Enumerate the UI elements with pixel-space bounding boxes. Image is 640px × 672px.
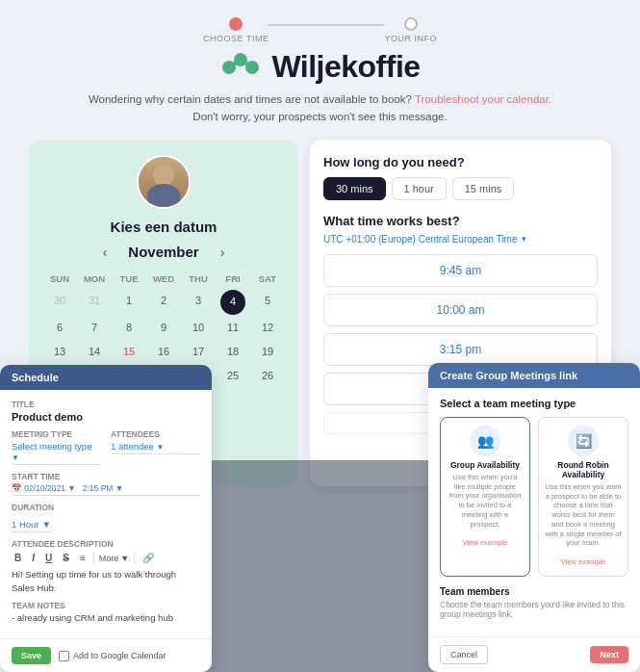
sched-footer: Save Add to Google Calendar	[0, 638, 212, 672]
more-options-button[interactable]: More ▼	[99, 554, 129, 563]
cal-header-tue: TUE	[112, 271, 146, 286]
bold-button[interactable]: B	[12, 552, 24, 564]
cal-cell-selected[interactable]: 4	[220, 290, 245, 315]
cal-cell[interactable]: 18	[216, 341, 250, 363]
cal-cell[interactable]: 16	[146, 341, 181, 363]
schedule-header: Schedule	[0, 365, 212, 390]
time-slot-945am[interactable]: 9:45 am	[323, 254, 598, 287]
google-cal-label: Add to Google Calendar	[73, 651, 166, 660]
team-notes-value: - already using CRM and marketing hub	[12, 612, 200, 623]
sched-duration-label: Duration	[12, 503, 200, 512]
progress-line	[269, 24, 384, 26]
sched-toolbar: B I U S ≡ More ▼ 🔗	[12, 552, 200, 564]
logo-icon	[219, 50, 262, 85]
cal-header-mon: MON	[77, 271, 112, 286]
sched-desc-text: Hi! Setting up time for us to walk throu…	[12, 568, 200, 594]
group-view-example-link[interactable]: View example	[463, 538, 508, 547]
progress-step-2: YOUR INFO	[384, 17, 437, 43]
sched-row-meeting: Meeting Type Select meeting type ▼ Atten…	[12, 429, 200, 465]
cal-cell[interactable]: 19	[250, 341, 285, 363]
list-button[interactable]: ≡	[77, 552, 89, 564]
sched-starttime-select[interactable]: 📅 02/10/2021 ▼ 2:15 PM ▼	[12, 483, 200, 496]
schedule-card: Schedule Title Product demo Meeting Type…	[0, 365, 212, 672]
sched-attendees-label: Attendees	[111, 429, 200, 439]
progress-circle-1	[229, 17, 243, 31]
cal-cell[interactable]: 17	[181, 341, 216, 363]
brand-name: Wiljekoffie	[271, 49, 420, 85]
month-nav: ‹ November ›	[42, 243, 285, 262]
cal-cell[interactable]: 1	[112, 290, 146, 315]
duration-tab-30mins[interactable]: 30 mins	[323, 177, 386, 200]
sched-duration-select[interactable]: 1 Hour ▼	[12, 519, 51, 532]
cal-header-fri: FRI	[216, 271, 250, 286]
progress-circle-2	[404, 17, 418, 31]
cal-cell[interactable]: 26	[250, 365, 285, 387]
cal-cell[interactable]: 2	[146, 290, 181, 315]
progress-step-1: CHOOSE TIME	[203, 17, 269, 43]
sched-attendees-select[interactable]: 1 attendee ▼	[111, 441, 200, 454]
meeting-type-roundrobin[interactable]: 🔄 Round Robin Availability Use this when…	[538, 417, 628, 577]
link-button[interactable]: 🔗	[140, 552, 157, 564]
timezone-selector[interactable]: UTC +01:00 (Europe) Central European Tim…	[323, 234, 598, 245]
cal-cell[interactable]: 13	[42, 341, 77, 363]
meeting-type-group[interactable]: 👥 Group Availability Use this when you'd…	[440, 417, 530, 577]
time-slot-315pm[interactable]: 3:15 pm	[323, 333, 598, 366]
calendar-header-row: SUN MON TUE WED THU FRI SAT	[42, 271, 285, 286]
roundrobin-view-example-link[interactable]: View example	[561, 557, 606, 566]
chevron-down-icon: ▼	[115, 483, 123, 493]
cal-header-sun: SUN	[42, 271, 77, 286]
cal-cell[interactable]: 5	[250, 290, 285, 315]
toolbar-separator	[93, 553, 94, 564]
subtitle-line1: Wondering why certain dates and times ar…	[89, 93, 412, 105]
strikethrough-button[interactable]: S	[60, 552, 72, 564]
sched-meeting-type-select[interactable]: Select meeting type ▼	[12, 441, 101, 465]
chevron-down-icon: ▼	[157, 443, 165, 452]
cal-cell[interactable]: 25	[216, 365, 250, 387]
cal-cell[interactable]: 3	[181, 290, 216, 315]
meeting-types-container: 👥 Group Availability Use this when you'd…	[440, 417, 628, 577]
cal-cell[interactable]: 7	[77, 317, 112, 339]
duration-tab-15mins[interactable]: 15 mins	[452, 177, 515, 200]
cal-cell[interactable]: 11	[216, 317, 250, 339]
sched-col-starttime: Start time 📅 02/10/2021 ▼ 2:15 PM ▼	[12, 472, 200, 496]
cal-cell-today[interactable]: 15	[112, 341, 146, 363]
toolbar-separator2	[134, 553, 135, 564]
chevron-down-icon: ▼	[12, 453, 19, 462]
how-long-label: How long do you need?	[323, 155, 598, 169]
cal-cell[interactable]: 12	[250, 317, 285, 339]
cal-cell[interactable]: 31	[77, 290, 112, 315]
duration-tab-1hour[interactable]: 1 hour	[392, 177, 447, 200]
save-button[interactable]: Save	[12, 647, 51, 664]
cal-cell[interactable]: 10	[181, 317, 216, 339]
duration-tabs: 30 mins 1 hour 15 mins	[323, 177, 598, 200]
calendar-week-2: 6 7 8 9 10 11 12	[42, 317, 285, 339]
cal-cell[interactable]: 30	[42, 290, 77, 315]
cal-cell[interactable]: 6	[42, 317, 77, 339]
chevron-down-icon: ▼	[120, 554, 129, 563]
calendar-week-1: 30 31 1 2 3 4 5	[42, 290, 285, 315]
cal-cell[interactable]: 9	[146, 317, 181, 339]
cancel-button[interactable]: Cancel	[440, 645, 488, 664]
progress-bar: CHOOSE TIME YOUR INFO	[0, 0, 640, 43]
time-slot-1000am[interactable]: 10:00 am	[323, 294, 598, 326]
add-to-google-button[interactable]: Add to Google Calendar	[59, 651, 166, 661]
next-button[interactable]: Next	[590, 646, 628, 663]
prev-month-button[interactable]: ‹	[97, 243, 114, 262]
troubleshoot-link[interactable]: Troubleshoot your calendar.	[415, 93, 551, 105]
sched-desc-label: Attendee description	[12, 539, 200, 549]
next-month-button[interactable]: ›	[215, 243, 231, 262]
team-members-label: Team members	[440, 586, 628, 597]
chevron-down-icon: ▼	[42, 519, 51, 530]
cal-cell[interactable]: 8	[112, 317, 146, 339]
group-meetings-card: Create Group Meetings link Select a team…	[428, 363, 640, 672]
italic-button[interactable]: I	[29, 552, 38, 564]
cal-header-wed: WED	[146, 271, 181, 286]
round-robin-icon: 🔄	[568, 426, 599, 456]
chevron-down-icon: ▼	[67, 483, 75, 493]
sched-meeting-type-label: Meeting Type	[12, 429, 101, 439]
calendar-week-3: 13 14 15 16 17 18 19	[42, 341, 285, 363]
group-type-name: Group Availability	[447, 460, 524, 470]
cal-cell[interactable]: 14	[77, 341, 112, 363]
avatar-area	[42, 155, 285, 209]
underline-button[interactable]: U	[42, 552, 55, 564]
